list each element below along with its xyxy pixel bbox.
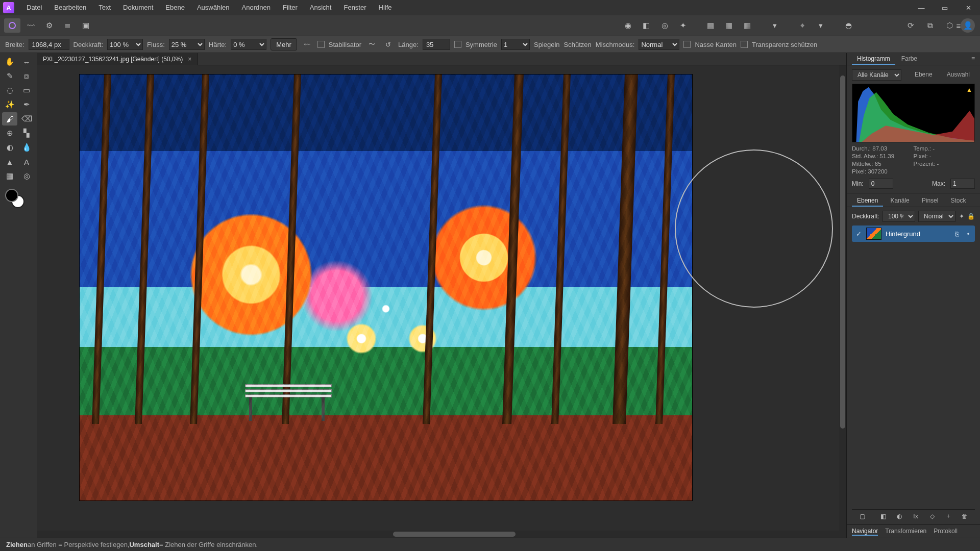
- hand-tool[interactable]: ✋: [2, 55, 17, 68]
- grid-b-icon[interactable]: ▦: [721, 18, 737, 33]
- symmetrie-select[interactable]: 1: [501, 39, 530, 50]
- pen-tool[interactable]: ✒: [19, 98, 34, 111]
- tab-stock[interactable]: Stock: [945, 195, 971, 207]
- add-live-filter-icon[interactable]: ◇: [926, 510, 938, 522]
- autolevels-icon[interactable]: ◧: [638, 18, 654, 33]
- fluss-select[interactable]: 25 %: [169, 39, 205, 50]
- layer-item[interactable]: ✓ Hintergrund ⎘ •: [852, 226, 975, 242]
- persona-tone[interactable]: ≣: [59, 18, 76, 33]
- breite-input[interactable]: [29, 39, 69, 50]
- menu-dokument[interactable]: Dokument: [117, 0, 159, 15]
- tab-pinsel[interactable]: Pinsel: [917, 195, 944, 207]
- menu-text[interactable]: Text: [92, 0, 117, 15]
- persona-export[interactable]: ▣: [78, 18, 94, 33]
- selection-brush-tool[interactable]: ◌: [2, 84, 17, 97]
- fill-tool[interactable]: ▚: [19, 127, 34, 140]
- thumb-size-icon[interactable]: ▢: [856, 510, 868, 522]
- hist-auswahl-button[interactable]: Auswahl: [942, 69, 975, 81]
- layer-lock-item-icon[interactable]: •: [965, 230, 972, 238]
- tab-kanaele[interactable]: Kanäle: [885, 195, 914, 207]
- document-tab-close-icon[interactable]: ×: [188, 56, 191, 63]
- layer-link-icon[interactable]: ⎘: [953, 230, 961, 238]
- sync-b-icon[interactable]: ⧉: [922, 18, 938, 33]
- dodge-tool[interactable]: ◐: [2, 141, 17, 154]
- tab-ebenen[interactable]: Ebenen: [852, 195, 883, 207]
- marquee-tool[interactable]: ▭: [19, 84, 34, 97]
- mehr-button[interactable]: Mehr: [271, 38, 297, 51]
- paint-brush-tool[interactable]: 🖌: [2, 112, 17, 126]
- swatch-red-icon[interactable]: ◉: [620, 18, 636, 33]
- persona-photo[interactable]: [4, 18, 20, 33]
- add-fx-icon[interactable]: fx: [910, 510, 922, 522]
- min-input[interactable]: [869, 179, 893, 189]
- canvas[interactable]: [37, 65, 846, 538]
- layer-fx-icon[interactable]: ✦: [959, 210, 964, 222]
- panel-menu-icon[interactable]: ≡: [966, 54, 980, 65]
- snap-icon[interactable]: ⌖: [794, 18, 811, 33]
- menu-datei[interactable]: Datei: [20, 0, 48, 15]
- deckkraft-select[interactable]: 100 %: [107, 39, 143, 50]
- autocolor-icon[interactable]: ◎: [656, 18, 673, 33]
- autocontrast-icon[interactable]: ✦: [675, 18, 691, 33]
- crop-tool[interactable]: ⧈: [19, 69, 34, 83]
- text-tool[interactable]: A: [19, 155, 34, 168]
- mischmodus-select[interactable]: Normal: [639, 39, 679, 50]
- transp-check[interactable]: [741, 41, 748, 48]
- sync-c-icon[interactable]: ⬡: [941, 18, 958, 33]
- menu-anordnen[interactable]: Anordnen: [236, 0, 277, 15]
- schuetzen-label[interactable]: Schützen: [564, 41, 592, 48]
- quickmask-icon[interactable]: ◓: [840, 18, 856, 33]
- sync-a-icon[interactable]: ⟳: [902, 18, 919, 33]
- layer-opacity-select[interactable]: 100 %: [883, 211, 915, 222]
- layer-blend-select[interactable]: Normal: [918, 211, 955, 222]
- layer-lock-icon[interactable]: 🔒: [967, 210, 975, 222]
- hist-ebene-button[interactable]: Ebene: [910, 69, 938, 81]
- menu-hilfe[interactable]: Hilfe: [373, 0, 398, 15]
- delete-layer-icon[interactable]: 🗑: [959, 510, 971, 522]
- tab-farbe[interactable]: Farbe: [896, 54, 922, 65]
- force-pressure-icon[interactable]: ⬳: [301, 38, 313, 51]
- mesh-tool[interactable]: ▦: [2, 169, 17, 183]
- foreground-color-swatch[interactable]: [5, 189, 18, 202]
- tab-navigator[interactable]: Navigator: [852, 528, 878, 536]
- layers-menu-icon[interactable]: ≡: [975, 195, 980, 207]
- clone-tool[interactable]: ⊕: [2, 127, 17, 140]
- channel-select[interactable]: Alle Kanäle: [852, 69, 901, 81]
- menu-fenster[interactable]: Fenster: [337, 0, 372, 15]
- add-mask-icon[interactable]: ◧: [877, 510, 889, 522]
- max-input[interactable]: [950, 179, 975, 189]
- symmetrie-check[interactable]: [454, 41, 461, 48]
- nasse-check[interactable]: [683, 41, 691, 48]
- stabil-mode-a-icon[interactable]: 〜: [365, 38, 378, 51]
- menu-ebene[interactable]: Ebene: [159, 0, 191, 15]
- color-swatches[interactable]: [2, 188, 35, 213]
- persona-liquify[interactable]: 〰: [22, 18, 39, 33]
- zoom-tool[interactable]: ◎: [19, 169, 34, 183]
- snap-dropdown-icon[interactable]: ▾: [813, 18, 829, 33]
- document-tab[interactable]: PXL_20230127_135623241.jpg [Geändert] (5…: [37, 53, 198, 65]
- stabil-mode-b-icon[interactable]: ↺: [382, 38, 394, 51]
- window-close[interactable]: ✕: [957, 0, 980, 15]
- window-maximize[interactable]: ▭: [933, 0, 957, 15]
- layer-visibility-icon[interactable]: ✓: [855, 230, 862, 238]
- menu-ansicht[interactable]: Ansicht: [304, 0, 338, 15]
- stabilisator-check[interactable]: [317, 41, 325, 48]
- tab-transformieren[interactable]: Transformieren: [885, 528, 926, 536]
- menu-filter[interactable]: Filter: [277, 0, 304, 15]
- grid-c-icon[interactable]: ▦: [739, 18, 755, 33]
- shape-tool[interactable]: ▲: [2, 155, 17, 168]
- account-avatar[interactable]: 👤: [961, 18, 975, 33]
- add-layer-icon[interactable]: ＋: [942, 510, 954, 522]
- persona-develop[interactable]: ⚙: [41, 18, 57, 33]
- vertical-scrollbar[interactable]: [839, 65, 846, 531]
- horizontal-scrollbar[interactable]: [37, 531, 846, 538]
- menu-auswaehlen[interactable]: Auswählen: [191, 0, 236, 15]
- grid-a-icon[interactable]: ▦: [702, 18, 719, 33]
- tab-protokoll[interactable]: Protokoll: [934, 528, 958, 536]
- color-picker-tool[interactable]: ✎: [2, 69, 17, 83]
- layer-options-icon[interactable]: ▾: [767, 18, 783, 33]
- menu-bearbeiten[interactable]: Bearbeiten: [48, 0, 92, 15]
- laenge-input[interactable]: [423, 39, 450, 50]
- tab-histogramm[interactable]: Histogramm: [852, 54, 895, 65]
- haerte-select[interactable]: 0 %: [231, 39, 266, 50]
